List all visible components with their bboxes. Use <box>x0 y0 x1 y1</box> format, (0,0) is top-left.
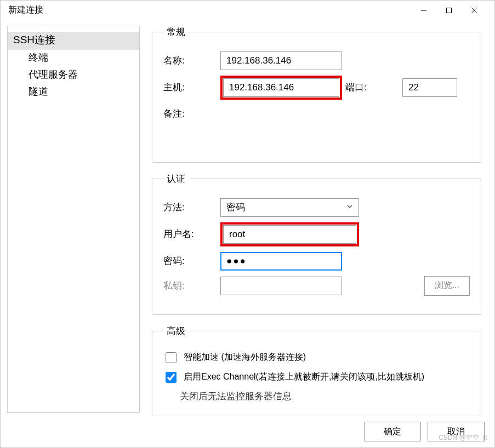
general-legend: 常规 <box>163 26 189 38</box>
auth-group: 认证 方法: 密码 用户名: <box>152 173 481 315</box>
advanced-legend: 高级 <box>163 325 189 337</box>
port-label: 端口: <box>345 81 402 94</box>
exec-label: 启用Exec Channel(若连接上就被断开,请关闭该项,比如跳板机) <box>184 371 424 383</box>
host-label: 主机: <box>163 81 220 94</box>
footer: 确定 取消 <box>1 416 494 447</box>
sidebar-item-terminal[interactable]: 终端 <box>8 50 139 67</box>
browse-button: 浏览... <box>424 276 470 296</box>
close-icon <box>471 7 477 14</box>
port-input[interactable] <box>402 78 457 97</box>
minimize-icon <box>420 7 427 14</box>
sidebar-item-ssh[interactable]: SSH连接 <box>8 32 139 50</box>
advanced-group: 高级 智能加速 (加速海外服务器连接) 启用Exec Channel(若连接上就… <box>152 325 481 416</box>
name-input[interactable] <box>220 51 342 70</box>
sidebar-item-tunnel[interactable]: 隧道 <box>8 84 139 101</box>
remark-input[interactable] <box>220 105 343 143</box>
sidebar: SSH连接 终端 代理服务器 隧道 <box>7 26 140 413</box>
user-label: 用户名: <box>163 228 220 240</box>
name-label: 名称: <box>163 54 220 67</box>
exec-hint: 关闭后无法监控服务器信息 <box>180 390 470 403</box>
user-highlight <box>220 222 359 246</box>
key-label: 私钥: <box>163 279 220 292</box>
cancel-button[interactable]: 取消 <box>428 422 485 441</box>
host-input[interactable] <box>223 78 339 97</box>
ok-button[interactable]: 确定 <box>364 422 421 441</box>
close-button[interactable] <box>462 2 487 19</box>
maximize-button[interactable] <box>436 2 462 19</box>
key-input <box>220 277 342 295</box>
maximize-icon <box>446 7 452 14</box>
auth-legend: 认证 <box>163 173 189 185</box>
general-group: 常规 名称: 主机: 端口: 备注: <box>152 26 481 163</box>
host-highlight <box>220 76 342 100</box>
titlebar: 新建连接 <box>1 1 494 20</box>
remark-label: 备注: <box>163 105 220 120</box>
accel-checkbox[interactable] <box>166 352 177 363</box>
minimize-button[interactable] <box>411 2 436 19</box>
sidebar-item-proxy[interactable]: 代理服务器 <box>8 67 139 84</box>
method-select[interactable]: 密码 <box>220 198 359 217</box>
exec-checkbox[interactable] <box>166 372 177 383</box>
user-input[interactable] <box>223 225 356 244</box>
window-title: 新建连接 <box>8 4 411 16</box>
accel-label: 智能加速 (加速海外服务器连接) <box>184 352 306 363</box>
password-input[interactable] <box>220 252 342 271</box>
svg-rect-1 <box>447 8 452 13</box>
pw-label: 密码: <box>163 255 220 267</box>
method-label: 方法: <box>163 201 220 214</box>
